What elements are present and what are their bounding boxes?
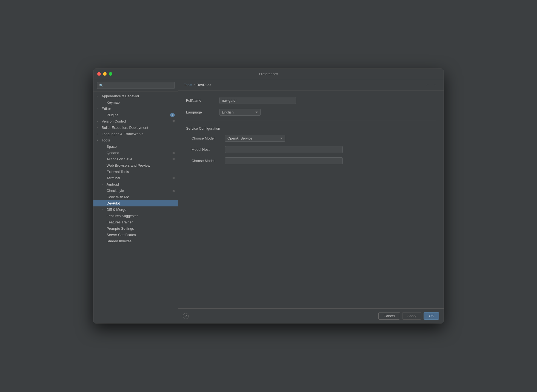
sidebar-item-prompto-settings[interactable]: Prompto Settings — [93, 225, 178, 232]
language-select[interactable]: English Chinese — [219, 109, 261, 116]
choose-model-select[interactable]: OpenAI Service Custom Service — [225, 135, 285, 142]
sidebar-item-label: Code With Me — [107, 195, 175, 199]
sidebar-item-label: Features Suggester — [107, 214, 175, 218]
sidebar-item-label: Features Trainer — [107, 220, 175, 224]
settings-icon: ⊞ — [172, 157, 175, 161]
chevron-right-icon: › — [97, 120, 101, 123]
sidebar-item-label: Prompto Settings — [107, 226, 175, 231]
sidebar-item-code-with-me[interactable]: Code With Me — [93, 194, 178, 200]
sidebar: 🔍 › Appearance & Behavior Keymap › — [93, 79, 178, 323]
help-button[interactable]: ? — [183, 313, 189, 319]
title-bar: Preferences — [93, 69, 444, 79]
action-buttons: Cancel Apply OK — [378, 312, 439, 320]
sidebar-item-features-suggester[interactable]: Features Suggester — [93, 213, 178, 219]
chevron-down-icon: ∨ — [97, 139, 101, 142]
sidebar-item-editor[interactable]: › Editor — [93, 106, 178, 112]
language-label: Language — [186, 110, 216, 114]
sidebar-item-version-control[interactable]: › Version Control ⊞ — [93, 118, 178, 124]
search-input[interactable] — [105, 83, 172, 87]
sidebar-item-label: Languages & Frameworks — [102, 132, 175, 136]
service-config-header: Service Configuration — [186, 126, 436, 130]
sidebar-item-server-certificates[interactable]: Server Certificates — [93, 232, 178, 238]
sidebar-item-space[interactable]: Space — [93, 143, 178, 150]
sidebar-item-label: Build, Execution, Deployment — [102, 126, 175, 130]
sidebar-item-appearance[interactable]: › Appearance & Behavior — [93, 93, 178, 99]
breadcrumb-current: DevPilot — [196, 83, 211, 87]
main-content: 🔍 › Appearance & Behavior Keymap › — [93, 79, 444, 323]
ok-button[interactable]: OK — [424, 312, 439, 320]
chevron-right-icon: › — [97, 107, 101, 110]
breadcrumb-bar: Tools › DevPilot ← → — [178, 79, 444, 90]
sidebar-item-label: Server Certificates — [107, 233, 175, 237]
chevron-right-icon: › — [97, 126, 101, 129]
plugins-badge: 4 — [170, 113, 175, 117]
sidebar-item-devpilot[interactable]: DevPilot — [93, 200, 178, 206]
sidebar-item-qodana[interactable]: Qodana ⊞ — [93, 150, 178, 156]
language-row: Language English Chinese — [186, 109, 436, 116]
model-host-input[interactable] — [225, 146, 343, 153]
sidebar-item-label: DevPilot — [107, 201, 175, 205]
window-title: Preferences — [259, 72, 278, 76]
sidebar-item-actions-on-save[interactable]: Actions on Save ⊞ — [93, 156, 178, 162]
sidebar-item-label: Actions on Save — [107, 157, 171, 161]
sidebar-item-label: Terminal — [107, 176, 171, 180]
back-button[interactable]: ← — [424, 82, 430, 87]
forward-button[interactable]: → — [432, 82, 438, 87]
panel-body: FullName Language English Chinese Servic… — [178, 90, 444, 308]
sidebar-item-label: Qodana — [107, 151, 171, 155]
search-wrapper[interactable]: 🔍 — [97, 82, 175, 89]
fullname-label: FullName — [186, 98, 216, 103]
settings-icon: ⊞ — [172, 151, 175, 155]
service-config-section: Service Configuration Choose Model OpenA… — [186, 121, 436, 164]
close-button[interactable] — [97, 72, 101, 76]
sidebar-item-tools[interactable]: ∨ Tools — [93, 137, 178, 143]
search-bar: 🔍 — [93, 79, 178, 92]
preferences-window: Preferences 🔍 › Appearance & Behavior — [93, 69, 444, 323]
bottom-bar: ? Cancel Apply OK — [178, 308, 444, 323]
sidebar-item-android[interactable]: › Android — [93, 181, 178, 188]
sidebar-item-label: Appearance & Behavior — [102, 94, 175, 98]
breadcrumb-separator: › — [194, 83, 195, 87]
breadcrumb-parent[interactable]: Tools — [184, 83, 192, 87]
sidebar-item-features-trainer[interactable]: Features Trainer — [93, 219, 178, 225]
sidebar-item-label: Tools — [102, 138, 175, 142]
sidebar-item-label: Keymap — [107, 100, 175, 104]
apply-button[interactable]: Apply — [402, 312, 422, 320]
choose-model-row: Choose Model OpenAI Service Custom Servi… — [186, 135, 436, 142]
sidebar-item-label: Shared Indexes — [107, 239, 175, 243]
chevron-right-icon: › — [102, 208, 105, 211]
breadcrumb-nav: ← → — [424, 82, 438, 87]
section-divider — [186, 121, 436, 121]
choose-model-2-input[interactable] — [225, 157, 343, 164]
sidebar-item-web-browsers[interactable]: Web Browsers and Preview — [93, 162, 178, 169]
sidebar-item-terminal[interactable]: Terminal ⊞ — [93, 175, 178, 181]
cancel-button[interactable]: Cancel — [378, 312, 400, 320]
sidebar-item-languages[interactable]: › Languages & Frameworks — [93, 131, 178, 137]
sidebar-item-label: External Tools — [107, 170, 175, 174]
sidebar-item-label: Checkstyle — [107, 189, 171, 193]
sidebar-item-checkstyle[interactable]: Checkstyle ⊞ — [93, 188, 178, 194]
settings-icon: ⊞ — [172, 120, 175, 123]
right-panel: Tools › DevPilot ← → FullName Lan — [178, 79, 444, 323]
sidebar-item-shared-indexes[interactable]: Shared Indexes — [93, 238, 178, 244]
maximize-button[interactable] — [109, 72, 112, 76]
model-host-row: Model Host — [186, 146, 436, 153]
sidebar-item-plugins[interactable]: Plugins 4 — [93, 112, 178, 118]
minimize-button[interactable] — [103, 72, 107, 76]
chevron-right-icon: › — [97, 132, 101, 135]
sidebar-item-label: Editor — [102, 107, 175, 111]
choose-model-label: Choose Model — [192, 136, 222, 140]
sidebar-list: › Appearance & Behavior Keymap › Editor … — [93, 92, 178, 323]
chevron-right-icon: › — [102, 183, 105, 186]
choose-model-2-label: Choose Model — [192, 159, 222, 163]
fullname-input[interactable] — [219, 97, 296, 104]
traffic-lights — [97, 72, 112, 76]
sidebar-item-keymap[interactable]: Keymap — [93, 99, 178, 106]
sidebar-item-label: Diff & Merge — [107, 208, 175, 212]
sidebar-item-diff-merge[interactable]: › Diff & Merge — [93, 206, 178, 213]
sidebar-item-external-tools[interactable]: External Tools — [93, 169, 178, 175]
sidebar-item-build[interactable]: › Build, Execution, Deployment — [93, 124, 178, 131]
fullname-row: FullName — [186, 97, 436, 104]
sidebar-item-label: Version Control — [102, 119, 171, 123]
model-host-label: Model Host — [192, 147, 222, 152]
